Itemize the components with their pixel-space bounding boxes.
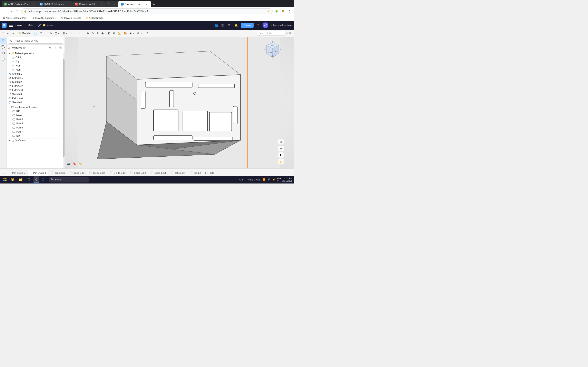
forward-button[interactable]: → [8, 8, 14, 14]
sidebar-icon-features[interactable] [0, 38, 6, 44]
zoom-fit-btn[interactable]: ⊡ [145, 30, 150, 36]
grid-view-btn[interactable]: ⊞ [226, 22, 232, 28]
tree-item-base[interactable]: base [7, 113, 65, 117]
hamburger-menu[interactable] [8, 22, 14, 28]
tab-mcafee[interactable]: 🛡 McAfee LiveSafe × [73, 1, 105, 7]
tree-item-sketch3[interactable]: Sketch 3 [7, 92, 65, 96]
sketch-btn[interactable]: ✏️ Sketch [17, 30, 31, 36]
add-tab-button[interactable]: + [2, 171, 7, 176]
tab-close-mcafee[interactable]: × [100, 2, 103, 6]
volume-icon[interactable]: 🔊 [267, 178, 271, 182]
tree-item-top[interactable]: ▭ Top [7, 59, 65, 64]
fillet-btn[interactable]: ◡ [44, 30, 48, 36]
clock-widget[interactable]: 8:37 PM 2/11/2025 [282, 177, 292, 182]
viewport[interactable]: ← ← [65, 37, 294, 168]
tree-item-rpi[interactable]: RPI [7, 109, 65, 113]
tab-r1[interactable]: R... × [105, 1, 118, 7]
vp-tool-scale[interactable]: 📏 [78, 161, 83, 166]
tree-item-extrude2[interactable]: Extrude 2 [7, 84, 65, 88]
tab-close-asus[interactable]: × [32, 2, 35, 6]
tree-item-default-geometry[interactable]: ▼ 📁 Default geometry [7, 51, 65, 55]
appearance-btn[interactable]: 🎨 [122, 30, 128, 36]
tree-item-sketch4[interactable]: Sketch 4 [7, 100, 65, 104]
bottom-tab-sside1[interactable]: 📄 S side 1.dxf [107, 170, 128, 176]
new-btn[interactable]: 📄 [33, 30, 38, 36]
pattern-btn[interactable]: ⊞ [95, 30, 100, 36]
tree-item-top2[interactable]: top [7, 134, 65, 138]
viewport-tool-4[interactable]: 📐 [278, 159, 284, 164]
tree-item-part5[interactable]: Part 5 [7, 122, 65, 125]
notifications-btn[interactable]: 🔔 [233, 22, 239, 28]
taskbar-app-media[interactable]: 🎵 [25, 176, 33, 183]
tab-asus[interactable]: 🖥 ASUS Software Port... × [2, 1, 37, 7]
view-btn[interactable]: 👁 ▼ [136, 30, 143, 36]
taskbar-app-brave[interactable]: 🦁 [9, 176, 16, 183]
mate-btn[interactable]: ◉ [100, 30, 105, 36]
revolve-btn[interactable]: ⊕ [49, 30, 53, 36]
taskbar-app-files[interactable]: 📁 [17, 176, 25, 183]
transform-btn[interactable]: ↗ ▼ [69, 30, 76, 36]
extensions-btn[interactable]: 🧩 [274, 8, 279, 14]
user-avatar[interactable]: MB [263, 22, 268, 28]
viewport-tool-1[interactable]: ⊡ [278, 139, 284, 145]
undo-btn[interactable]: ↩ [6, 30, 10, 36]
network-icon[interactable]: 📶 [262, 178, 266, 182]
tree-item-part7[interactable]: Part 7 [7, 130, 65, 134]
bottom-tab-cube2[interactable]: 📄 cube 2.dxf [48, 170, 68, 176]
redo-btn[interactable]: ↪ [11, 30, 15, 36]
viewport-tool-3[interactable]: ◧ [278, 152, 284, 158]
sidebar-icon-history[interactable]: 🕐 [0, 56, 6, 62]
hex-btn[interactable]: ⬡ [39, 30, 43, 36]
boolean-btn[interactable]: ◱ ▼ [61, 30, 69, 36]
tree-item-origin[interactable]: ◎ Origin [7, 55, 65, 59]
bookmark-mcafee[interactable]: 🛡 McAfee LiveSafe [60, 16, 82, 20]
bottom-tab-partstudio2[interactable]: ◱ Part Studio 2 [7, 170, 27, 176]
delete-btn[interactable]: ✕ [112, 30, 116, 36]
plane-btn[interactable]: ▭ ▼ [78, 30, 85, 36]
viewcube[interactable]: Top Front Right Y X [263, 40, 282, 59]
section-btn[interactable]: ◧ [107, 30, 111, 36]
new-tab-button[interactable]: + [151, 2, 156, 7]
filter-input[interactable] [8, 38, 63, 44]
bottom-tab-lside2[interactable]: 📄 L side 2.dxf [128, 170, 148, 176]
bookmark-asus[interactable]: 🖥 ASUS Software Port... [2, 16, 29, 20]
tree-item-extrude4[interactable]: Extrude 4 [7, 96, 65, 100]
help-btn[interactable]: ❓ [255, 22, 261, 28]
tree-item-sketch2[interactable]: Sketch 2 [7, 80, 65, 84]
instances-btn[interactable]: ⊞ [48, 45, 52, 50]
tab-myasus[interactable]: 🖥 MyASUS Software -... × [37, 1, 73, 7]
point-btn[interactable]: ⊙ [90, 30, 95, 36]
pause-btn[interactable]: ⏸ [53, 45, 58, 50]
menu-btn[interactable]: ⋮ [287, 8, 292, 14]
bottom-tab-top[interactable]: 📄 top.dxf [187, 170, 203, 176]
tree-item-surfaces[interactable]: ▶ ◫ Surfaces (1) [7, 138, 65, 142]
tree-item-front[interactable]: ▭ Front [7, 64, 65, 68]
render-btn[interactable]: ◈ ▼ [129, 30, 135, 36]
sort-btn[interactable]: ☰ [1, 30, 6, 36]
axis-btn[interactable]: ⊘ [86, 30, 90, 36]
weather-widget[interactable]: 🌤 87°F Partly cloudy [239, 178, 260, 181]
sidebar-icon-parts[interactable] [0, 50, 6, 56]
taskbar-search[interactable]: 🔍 Search [49, 177, 89, 183]
bottom-tab-bottom[interactable]: 📄 bottom.dxf [168, 170, 187, 176]
header-tab-main[interactable]: Main [25, 23, 36, 27]
people-icon-btn[interactable]: 👥 [213, 22, 219, 28]
address-bar[interactable]: 🔒 cad.onshape.com/documents/5d6ea48ae804… [21, 8, 273, 14]
measure-btn[interactable]: 📐 [117, 30, 122, 36]
bottom-tab-parts[interactable]: ◱ Parts [203, 170, 216, 176]
back-button[interactable]: ← [2, 8, 7, 14]
vp-tool-cam[interactable]: 📷 [66, 161, 71, 166]
tab-close-myasus[interactable]: × [67, 2, 70, 6]
tree-item-sketch1[interactable]: Sketch 1 [7, 72, 65, 76]
sidebar-icon-comment[interactable]: 💬 [0, 44, 6, 50]
bookmark-allfolder[interactable]: 📁 All Bookmarks [84, 16, 104, 20]
tab-onshape[interactable]: ⬡ Onshape - case × [118, 1, 151, 7]
vp-tool-bookmark[interactable]: 🔖 [72, 161, 77, 166]
share-button[interactable]: Share [241, 23, 254, 28]
tree-item-extrude1[interactable]: Extrude 1 [7, 76, 65, 80]
tree-item-extrude3[interactable]: Extrude 3 [7, 88, 65, 92]
tree-item-part4[interactable]: Part 4 [7, 117, 65, 122]
search-tools-input[interactable] [257, 31, 285, 36]
tab-close-onshape[interactable]: × [145, 2, 148, 6]
bottom-tab-sside2[interactable]: 📄 S side 2.dxf [87, 170, 107, 176]
